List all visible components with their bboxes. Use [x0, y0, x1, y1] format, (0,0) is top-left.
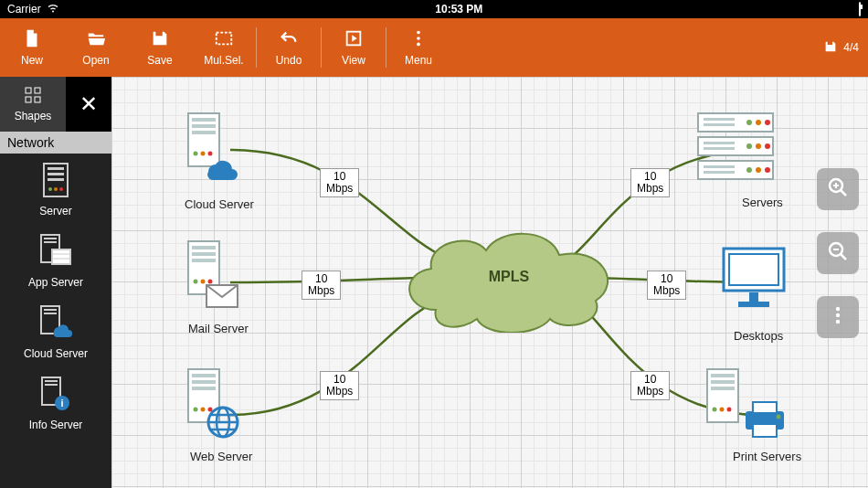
sidebar-item-cloud-server[interactable]: Cloud Server [0, 296, 111, 367]
file-icon [22, 28, 42, 48]
web-server-node[interactable] [183, 367, 241, 444]
rate-box-5[interactable]: 10 Mbps [647, 271, 686, 300]
mail-server-label: Mail Server [188, 322, 249, 335]
svg-rect-61 [704, 123, 735, 126]
svg-rect-58 [698, 137, 773, 155]
mail-server-node[interactable] [183, 239, 241, 316]
svg-point-98 [836, 313, 840, 317]
rate-box-1[interactable]: 10 Mbps [320, 168, 359, 197]
zoom-out-icon [827, 240, 849, 266]
cloud-server-node[interactable] [183, 111, 241, 192]
svg-point-99 [836, 320, 840, 324]
close-sidebar-button[interactable]: ✕ [66, 77, 111, 132]
svg-rect-88 [753, 424, 777, 437]
menu-label: Menu [405, 54, 432, 67]
svg-point-83 [713, 408, 717, 412]
rate-box-6[interactable]: 10 Mbps [630, 371, 670, 400]
shapes-tab[interactable]: Shapes [0, 77, 66, 132]
svg-point-64 [765, 120, 770, 125]
zoom-in-button[interactable] [817, 168, 859, 210]
close-icon: ✕ [79, 91, 98, 117]
desktops-node[interactable] [718, 245, 789, 318]
wifi-icon [47, 3, 59, 16]
svg-rect-48 [192, 387, 216, 390]
battery-icon [859, 3, 861, 16]
print-servers-node[interactable] [702, 367, 789, 446]
svg-rect-81 [711, 380, 735, 384]
save-button[interactable]: Save [128, 18, 192, 77]
servers-label: Servers [742, 196, 783, 209]
svg-point-50 [201, 408, 206, 412]
new-button[interactable]: New [0, 18, 64, 77]
sidebar-item-label: Info Server [29, 419, 83, 431]
shapes-grid-icon [25, 87, 41, 106]
page-indicator[interactable]: 4/4 [823, 39, 868, 57]
folder-open-icon [86, 28, 106, 48]
category-header[interactable]: Network [0, 132, 111, 154]
rate-box-3[interactable]: 10 Mbps [320, 371, 359, 400]
sidebar-item-label: Server [39, 205, 71, 217]
svg-rect-46 [192, 374, 216, 377]
svg-rect-66 [704, 147, 735, 150]
svg-point-2 [417, 31, 420, 35]
sidebar-item-server[interactable]: Server [0, 154, 111, 225]
menu-dots-icon [408, 28, 429, 48]
save-icon [150, 28, 170, 48]
mpls-cloud-node[interactable]: MPLS [395, 223, 623, 333]
svg-rect-0 [217, 33, 232, 45]
svg-rect-12 [48, 178, 64, 181]
svg-rect-7 [26, 97, 31, 102]
new-label: New [21, 54, 43, 67]
menu-button[interactable]: Menu [386, 18, 450, 77]
desktops-label: Desktops [734, 329, 783, 343]
svg-rect-27 [45, 384, 58, 386]
open-button[interactable]: Open [64, 18, 128, 77]
svg-rect-70 [704, 165, 735, 168]
sidebar-item-app-server[interactable]: App Server [0, 225, 111, 296]
zoom-controls [817, 168, 859, 338]
svg-rect-23 [44, 309, 57, 311]
undo-button[interactable]: Undo [257, 18, 321, 77]
svg-point-49 [194, 408, 198, 412]
sidebar-item-info-server[interactable]: i Info Server [0, 367, 111, 439]
rate-box-2[interactable]: 10 Mbps [302, 271, 341, 300]
svg-rect-60 [704, 118, 735, 121]
svg-point-72 [746, 167, 752, 173]
svg-point-85 [727, 408, 732, 412]
main-toolbar: New Open Save Mul.Sel. Undo View Menu 4/… [0, 18, 868, 77]
svg-rect-26 [45, 380, 58, 382]
carrier-label: Carrier [7, 3, 41, 16]
mulsel-button[interactable]: Mul.Sel. [192, 18, 256, 77]
rate-box-4[interactable]: 10 Mbps [630, 168, 670, 197]
svg-line-91 [841, 190, 846, 196]
print-servers-label: Print Servers [733, 450, 801, 463]
svg-point-68 [756, 143, 761, 149]
canvas-menu-button[interactable] [817, 296, 859, 338]
zoom-in-icon [827, 176, 849, 202]
view-label: View [342, 54, 365, 67]
svg-rect-71 [704, 171, 735, 174]
web-server-label: Web Server [190, 450, 252, 463]
mulsel-label: Mul.Sel. [204, 54, 243, 67]
svg-rect-38 [192, 246, 216, 249]
sidebar-item-label: Cloud Server [24, 347, 88, 360]
servers-node[interactable] [694, 111, 777, 186]
svg-rect-33 [192, 131, 216, 134]
svg-rect-17 [44, 238, 57, 239]
svg-point-15 [59, 187, 63, 191]
selection-icon [214, 28, 234, 48]
mpls-label: MPLS [395, 269, 623, 285]
svg-line-95 [841, 254, 846, 260]
svg-rect-11 [48, 173, 64, 175]
view-button[interactable]: View [322, 18, 386, 77]
diagram-canvas[interactable]: MPLS Cloud Server Mail Server Web Server… [111, 77, 868, 488]
svg-point-62 [746, 120, 752, 125]
svg-rect-32 [192, 124, 216, 128]
zoom-out-button[interactable] [817, 232, 859, 274]
svg-point-41 [194, 280, 198, 284]
sidebar-item-label: App Server [28, 276, 83, 289]
svg-point-3 [417, 37, 420, 40]
svg-point-43 [208, 280, 213, 284]
svg-rect-18 [44, 241, 57, 243]
shapes-sidebar: Shapes ✕ Network Server App Server Cloud… [0, 77, 111, 488]
